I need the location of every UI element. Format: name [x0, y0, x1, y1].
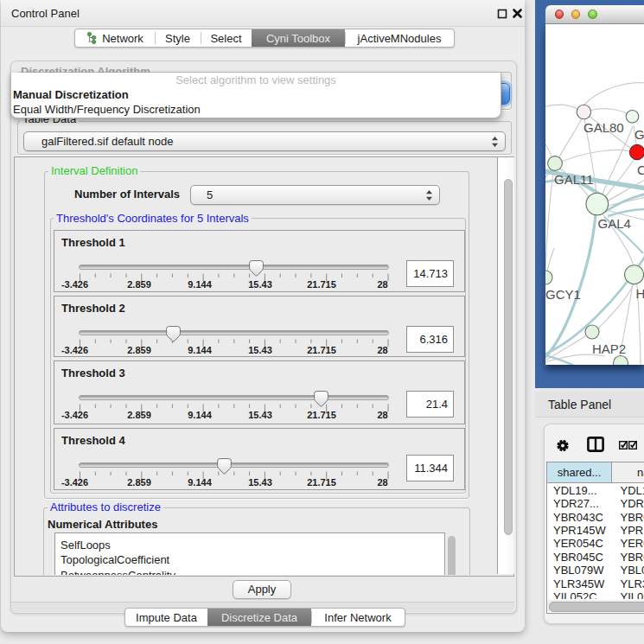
- svg-text:GAL7: GAL7: [634, 127, 644, 142]
- svg-text:GAL80: GAL80: [583, 120, 624, 135]
- svg-text:GAL4: GAL4: [598, 216, 631, 231]
- svg-text:CDC36: CDC36: [637, 163, 644, 177]
- svg-text:GAL11: GAL11: [554, 172, 594, 187]
- svg-text:GCY1: GCY1: [545, 287, 581, 302]
- svg-text:HIS4: HIS4: [636, 286, 644, 301]
- svg-text:HAP2: HAP2: [592, 341, 626, 356]
